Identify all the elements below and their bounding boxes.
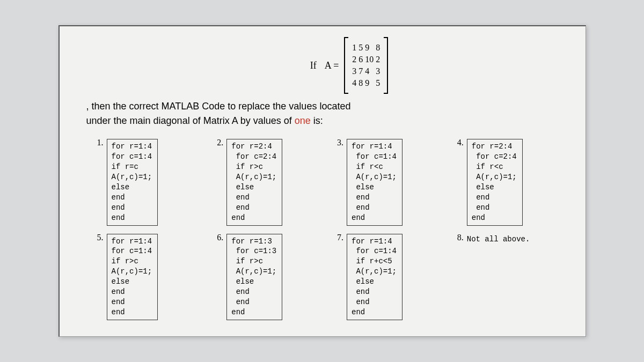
option-2[interactable]: 2. for r=2:4 for c=2:4 if r>c A(r,c)=1; … (217, 139, 324, 225)
option-number: 1. (97, 138, 104, 147)
matrix-cell: 3 (375, 66, 380, 77)
matrix-definition: If A = 1 5 9 8 2 6 10 2 (135, 37, 564, 94)
question-line1: , then the correct MATLAB Code to replac… (86, 101, 351, 112)
matrix-cell: 1 (352, 42, 357, 53)
option-4[interactable]: 4. for r=2:4 for c=2:4 if r<c A(r,c)=1; … (457, 139, 564, 225)
matrix-cell: 5 (375, 78, 380, 88)
option-7[interactable]: 7. for r=1:4 for c=1:4 if r+c<5 A(r,c)=1… (337, 234, 444, 320)
question-line2-suffix: is: (311, 115, 323, 126)
option-3[interactable]: 3. for r=1:4 for c=1:4 if r<c A(r,c)=1; … (337, 139, 444, 225)
matrix-table: 1 5 9 8 2 6 10 2 3 7 4 3 (350, 41, 382, 90)
option-number: 4. (457, 138, 464, 147)
question-page: If A = 1 5 9 8 2 6 10 2 (58, 25, 586, 336)
option-number: 2. (217, 138, 223, 147)
question-text: , then the correct MATLAB Code to replac… (86, 99, 564, 128)
matrix-row: 4 8 9 5 (352, 78, 380, 88)
option-8[interactable]: 8. Not all above. (457, 234, 564, 320)
matrix-cell: 6 (358, 54, 363, 65)
code-box: for r=1:4 for c=1:4 if r<c A(r,c)=1; els… (347, 139, 402, 225)
option-1[interactable]: 1. for r=1:4 for c=1:4 if r=c A(r,c)=1; … (97, 139, 204, 225)
matrix-A-label: A = (325, 60, 339, 71)
code-box: for r=1:3 for c=1:3 if r>c A(r,c)=1; els… (226, 234, 282, 320)
code-box: for r=1:4 for c=1:4 if r>c A(r,c)=1; els… (107, 234, 158, 320)
option-number: 6. (217, 233, 223, 242)
matrix-brackets: 1 5 9 8 2 6 10 2 3 7 4 3 (344, 37, 388, 94)
option-5[interactable]: 5. for r=1:4 for c=1:4 if r>c A(r,c)=1; … (97, 234, 204, 320)
option-6[interactable]: 6. for r=1:3 for c=1:3 if r>c A(r,c)=1; … (217, 234, 324, 320)
matrix-cell: 10 (364, 54, 374, 65)
matrix-cell: 2 (352, 54, 357, 65)
matrix-row: 3 7 4 3 (352, 66, 380, 77)
matrix-row: 1 5 9 8 (352, 42, 380, 53)
question-line2-prefix: under the main diagonal of Matrix A by v… (86, 115, 295, 126)
option-number: 8. (457, 233, 464, 242)
matrix-cell: 4 (364, 66, 374, 77)
options-grid: 1. for r=1:4 for c=1:4 if r=c A(r,c)=1; … (97, 139, 564, 320)
matrix-cell: 7 (358, 66, 363, 77)
matrix-cell: 8 (358, 78, 363, 88)
option-number: 7. (337, 233, 343, 242)
matrix-row: 2 6 10 2 (352, 54, 380, 65)
matrix-cell: 3 (352, 66, 357, 77)
matrix-cell: 4 (352, 78, 357, 88)
question-highlight: one (295, 115, 311, 126)
matrix-cell: 2 (375, 54, 380, 65)
matrix-cell: 8 (375, 42, 380, 53)
code-box: for r=1:4 for c=1:4 if r=c A(r,c)=1; els… (107, 139, 158, 225)
matrix-cell: 9 (364, 78, 374, 88)
matrix-cell: 9 (364, 42, 374, 53)
matrix-cell: 5 (358, 42, 363, 53)
option-number: 3. (337, 138, 343, 147)
if-label: If (310, 60, 317, 71)
option-text: Not all above. (467, 234, 530, 243)
code-box: for r=2:4 for c=2:4 if r<c A(r,c)=1; els… (467, 139, 523, 225)
option-number: 5. (97, 233, 104, 242)
code-box: for r=2:4 for c=2:4 if r>c A(r,c)=1; els… (226, 139, 282, 225)
code-box: for r=1:4 for c=1:4 if r+c<5 A(r,c)=1; e… (347, 234, 402, 320)
